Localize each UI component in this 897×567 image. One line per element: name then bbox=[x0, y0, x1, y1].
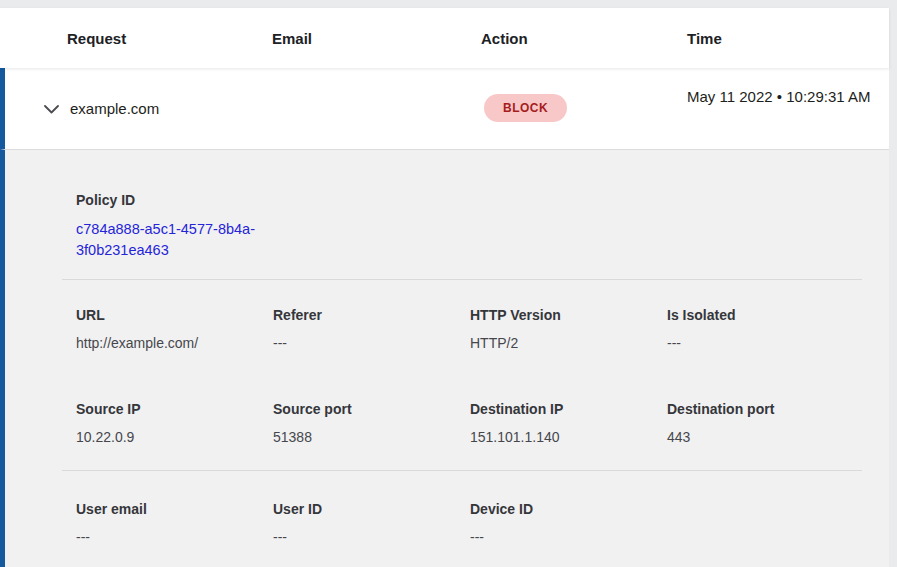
field-url: URL http://example.com/ bbox=[76, 307, 273, 351]
column-header-email[interactable]: Email bbox=[272, 30, 481, 47]
field-user-id: User ID --- bbox=[273, 501, 470, 545]
field-empty bbox=[667, 501, 869, 545]
field-label: User email bbox=[76, 501, 263, 517]
field-value: 151.101.1.140 bbox=[470, 429, 657, 445]
field-value: --- bbox=[667, 335, 859, 351]
ip-fields-row: Source IP 10.22.0.9 Source port 51388 De… bbox=[76, 401, 869, 445]
user-section: User email --- User ID --- Device ID --- bbox=[5, 471, 889, 545]
http-fields-row: URL http://example.com/ Referer --- HTTP… bbox=[76, 307, 869, 351]
field-value: 443 bbox=[667, 429, 859, 445]
field-source-ip: Source IP 10.22.0.9 bbox=[76, 401, 273, 445]
log-row-expanded[interactable]: example.com BLOCK May 11 2022 • 10:29:31… bbox=[0, 68, 889, 150]
field-label: Source IP bbox=[76, 401, 263, 417]
chevron-down-icon[interactable] bbox=[41, 99, 61, 119]
column-header-time[interactable]: Time bbox=[687, 30, 889, 47]
field-source-port: Source port 51388 bbox=[273, 401, 470, 445]
field-destination-port: Destination port 443 bbox=[667, 401, 869, 445]
field-label: Destination IP bbox=[470, 401, 657, 417]
field-value: 51388 bbox=[273, 429, 460, 445]
user-fields-row: User email --- User ID --- Device ID --- bbox=[76, 501, 869, 545]
field-value: --- bbox=[76, 529, 263, 545]
field-label: Referer bbox=[273, 307, 460, 323]
column-header-request[interactable]: Request bbox=[67, 30, 272, 47]
policy-section: Policy ID c784a888-a5c1-4577-8b4a-3f0b23… bbox=[5, 150, 889, 261]
field-referer: Referer --- bbox=[273, 307, 470, 351]
field-device-id: Device ID --- bbox=[470, 501, 667, 545]
table-header-row: Request Email Action Time bbox=[0, 8, 889, 68]
field-http-version: HTTP Version HTTP/2 bbox=[470, 307, 667, 351]
field-label: Source port bbox=[273, 401, 460, 417]
field-label: Is Isolated bbox=[667, 307, 859, 323]
field-value: --- bbox=[273, 529, 460, 545]
time-value: May 11 2022 • 10:29:31 AM bbox=[687, 85, 879, 109]
field-destination-ip: Destination IP 151.101.1.140 bbox=[470, 401, 667, 445]
field-label: User ID bbox=[273, 501, 460, 517]
field-value: --- bbox=[470, 529, 657, 545]
field-label: HTTP Version bbox=[470, 307, 657, 323]
logs-table: Request Email Action Time example.com BL… bbox=[0, 8, 889, 567]
field-label: Device ID bbox=[470, 501, 657, 517]
field-label: Destination port bbox=[667, 401, 859, 417]
field-is-isolated: Is Isolated --- bbox=[667, 307, 869, 351]
action-badge: BLOCK bbox=[484, 94, 567, 122]
policy-id-link[interactable]: c784a888-a5c1-4577-8b4a-3f0b231ea463 bbox=[76, 219, 282, 261]
log-detail-panel: Policy ID c784a888-a5c1-4577-8b4a-3f0b23… bbox=[0, 150, 889, 567]
request-domain: example.com bbox=[70, 100, 159, 117]
policy-id-label: Policy ID bbox=[76, 192, 869, 208]
field-value: 10.22.0.9 bbox=[76, 429, 263, 445]
network-section: URL http://example.com/ Referer --- HTTP… bbox=[5, 280, 889, 445]
column-header-action[interactable]: Action bbox=[481, 30, 687, 47]
field-value: HTTP/2 bbox=[470, 335, 657, 351]
field-label: URL bbox=[76, 307, 263, 323]
field-user-email: User email --- bbox=[76, 501, 273, 545]
field-value: http://example.com/ bbox=[76, 335, 263, 351]
field-value: --- bbox=[273, 335, 460, 351]
